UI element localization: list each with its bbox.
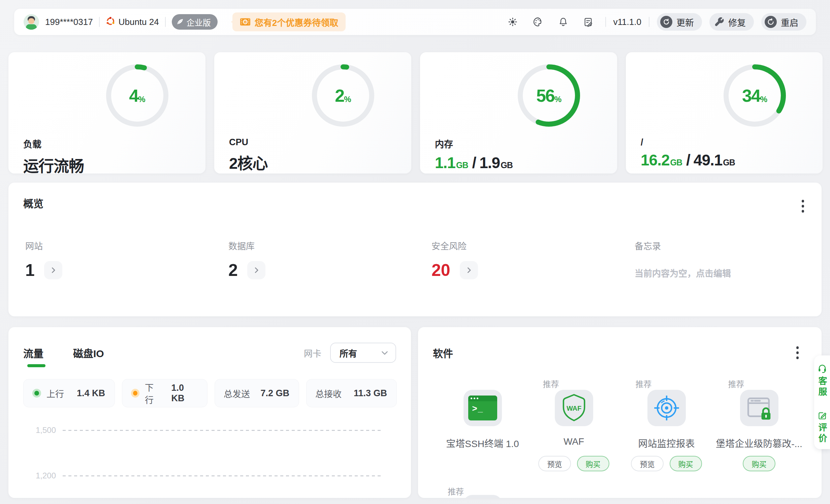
repair-button[interactable]: 修复 [709, 13, 754, 31]
load-gauge-ring: 4% [106, 64, 168, 127]
nic-select[interactable]: 所有 [330, 343, 396, 363]
memo-icon[interactable] [583, 17, 593, 27]
dot-icon [131, 389, 139, 398]
buy-button[interactable]: 购买 [743, 456, 775, 471]
restart-button-label: 重启 [781, 16, 798, 28]
software-tile[interactable]: WAF [555, 390, 593, 426]
divider [605, 17, 606, 27]
palette-icon[interactable] [533, 17, 543, 27]
overview-item-security-risks: 安全风险 20 [415, 239, 618, 280]
divider [165, 17, 166, 27]
software-tile[interactable]: >_ [464, 390, 502, 426]
kebab-menu-icon[interactable] [796, 198, 809, 214]
support-button[interactable]: 客服 [816, 364, 828, 398]
disk-mount-label: / [641, 137, 736, 148]
update-button[interactable]: 更新 [657, 13, 702, 31]
coupon-banner-text: 您有2个优惠券待领取 [255, 16, 338, 28]
software-name[interactable]: 堡塔企业级防篡改-... [713, 436, 805, 450]
feedback-button[interactable]: 评价 [816, 411, 828, 444]
y-tick-label: 1,200 [8, 471, 56, 480]
coupon-banner[interactable]: 券 您有2个优惠券待领取 [232, 12, 346, 31]
load-status: 运行流畅 [23, 154, 84, 176]
software-item-tamperproof: 推荐 堡塔企业级防篡改-... 购买 [713, 327, 805, 498]
repair-button-label: 修复 [728, 16, 746, 28]
cpu-percent: 2 [335, 86, 344, 106]
dot-icon [32, 389, 41, 398]
sync-circle-icon [660, 16, 672, 28]
monitor-target-icon [652, 394, 681, 422]
avatar[interactable] [24, 14, 39, 30]
gauge-card-memory[interactable]: 56% 内存 1.1GB/1.9GB [420, 52, 617, 174]
buy-button[interactable]: 购买 [577, 456, 609, 471]
edition-badge[interactable]: 企业版 [172, 14, 218, 30]
ubuntu-logo-icon [106, 17, 115, 27]
cpu-label: CPU [229, 137, 268, 148]
tamperproof-lock-icon [745, 394, 773, 422]
recommend-badge: 推荐 [543, 378, 559, 389]
stat-total-sent: 总发送 7.2 GB [215, 379, 299, 407]
nic-selector-row: 网卡 所有 [304, 343, 396, 363]
software-name[interactable]: 网站监控报表 [620, 436, 712, 450]
databases-count: 2 [228, 260, 238, 280]
chevron-right-icon[interactable] [44, 261, 62, 279]
gauge-card-cpu[interactable]: 2% CPU 2核心 [214, 52, 411, 174]
traffic-card: 流量 磁盘IO 网卡 所有 上行 1.4 KB 下行 1.0 KB 总发送 [8, 327, 411, 498]
chevron-right-icon[interactable] [460, 261, 478, 279]
restart-circle-icon [765, 16, 777, 28]
recommend-badge: 推荐 [728, 378, 744, 389]
overview-item-memo: 备忘录 当前内容为空，点击编辑 [618, 239, 821, 280]
websites-count: 1 [25, 260, 35, 280]
overview-item-databases: 数据库 2 [212, 239, 415, 280]
username[interactable]: 199****0317 [45, 17, 93, 27]
traffic-tabs: 流量 磁盘IO [23, 345, 104, 360]
memory-gauge-ring: 56% [518, 64, 580, 127]
load-label: 负载 [23, 137, 84, 150]
edit-pen-icon [818, 411, 827, 420]
software-item-ssh-terminal: >_ 宝塔SSH终端 1.0 [437, 327, 529, 498]
wrench-icon [714, 17, 724, 27]
preview-button[interactable]: 预览 [631, 456, 663, 471]
chart-gridline-1200: 1,200 [8, 471, 411, 480]
os-info: Ubuntu 24 [106, 17, 159, 27]
support-label: 客服 [816, 376, 828, 398]
stat-total-received: 总接收 11.3 GB [306, 379, 397, 407]
load-percent: 4 [129, 86, 138, 106]
memo-placeholder[interactable]: 当前内容为空，点击编辑 [635, 266, 821, 279]
bell-icon[interactable] [558, 17, 568, 27]
coupon-icon: 券 [240, 17, 251, 27]
chart-gridline-1500: 1,500 [8, 426, 411, 435]
terminal-icon: >_ [468, 396, 497, 420]
tab-disk-io[interactable]: 磁盘IO [73, 345, 104, 360]
bt-panel-dashboard: 199****0317 Ubuntu 24 企业版 [0, 0, 830, 504]
cpu-gauge-ring: 2% [312, 64, 374, 127]
topbar-left: 199****0317 Ubuntu 24 企业版 [24, 12, 346, 31]
memory-percent: 56 [536, 86, 554, 106]
software-tile[interactable] [740, 390, 778, 426]
software-name[interactable]: 宝塔SSH终端 1.0 [437, 436, 529, 450]
traffic-stats: 上行 1.4 KB 下行 1.0 KB 总发送 7.2 GB 总接收 11.3 … [23, 379, 397, 407]
overview-item-websites: 网站 1 [8, 239, 212, 280]
restart-button[interactable]: 重启 [761, 13, 806, 31]
software-tile[interactable] [647, 390, 686, 426]
svg-text:WAF: WAF [566, 405, 581, 412]
chevron-down-icon [381, 349, 389, 357]
buy-button[interactable]: 购买 [670, 456, 702, 471]
security-risks-count: 20 [432, 260, 450, 280]
sun-icon[interactable] [508, 17, 518, 27]
software-name[interactable]: WAF [528, 436, 620, 447]
side-float-panel: 客服 评价 [814, 355, 830, 449]
overview-title: 概览 [23, 195, 43, 210]
gauge-card-load[interactable]: 4% 负载 运行流畅 [8, 52, 205, 174]
update-button-label: 更新 [676, 16, 694, 28]
software-tile-clipped[interactable] [464, 495, 502, 498]
tab-traffic[interactable]: 流量 [23, 345, 43, 360]
topbar-right: v11.1.0 更新 修复 重启 [508, 13, 806, 31]
os-name: Ubuntu 24 [119, 17, 159, 27]
panel-version: v11.1.0 [613, 17, 641, 27]
preview-button[interactable]: 预览 [538, 456, 571, 471]
chevron-right-icon[interactable] [247, 261, 265, 279]
headset-icon [817, 364, 827, 374]
feather-icon [176, 18, 184, 26]
gauge-card-disk[interactable]: 34% / 16.2GB/49.1GB [626, 52, 823, 174]
disk-percent: 34 [742, 86, 760, 106]
